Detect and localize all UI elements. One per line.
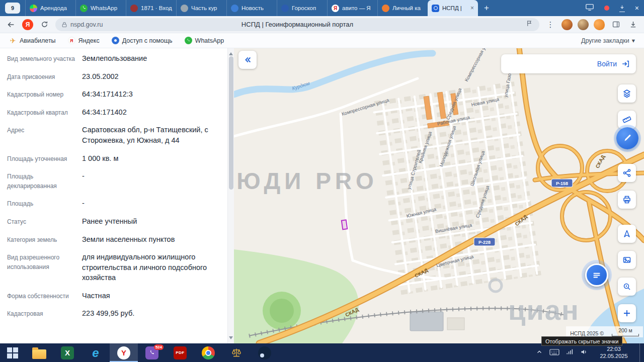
row-value: 64:34:171402 xyxy=(82,107,219,118)
avito-favicon xyxy=(30,5,37,12)
chevron-down-icon: ▾ xyxy=(632,37,635,44)
row-value: 1 000 кв. м xyxy=(82,153,219,164)
tab-mail[interactable]: 1871 · Вход xyxy=(126,0,176,16)
tab-counter[interactable]: 9 xyxy=(5,3,20,14)
scrollbar-thumb[interactable] xyxy=(229,56,233,190)
tab-lk[interactable]: Личный ка xyxy=(377,0,428,16)
selected-parcel-highlight[interactable] xyxy=(342,220,347,229)
internet-explorer-icon: e xyxy=(92,346,99,360)
volume-icon[interactable] xyxy=(580,348,588,357)
record-indicator-icon[interactable] xyxy=(604,6,609,11)
bookmark-whatsapp[interactable]: WhatsApp xyxy=(185,37,224,44)
detail-row: Дата присвоения23.05.2002 xyxy=(7,71,219,82)
row-value: Земли населенных пунктов xyxy=(82,234,219,245)
printer-icon xyxy=(622,195,632,205)
row-value: - xyxy=(82,198,219,209)
tab-arendoda[interactable]: Арендода xyxy=(25,0,75,16)
taskbar-excel[interactable] xyxy=(53,343,82,362)
print-button[interactable] xyxy=(618,191,636,209)
news-favicon xyxy=(231,5,238,12)
browser-nav-bar: nspd.gov.ru НСПД | Геоинформационный пор… xyxy=(0,16,644,33)
row-label: Кадастровая xyxy=(7,308,75,319)
clock-time: 22:03 xyxy=(595,346,633,352)
bookmark-label: Доступ с помощь xyxy=(122,37,173,44)
double-chevron-left-icon xyxy=(243,55,252,64)
locate-button[interactable] xyxy=(618,225,636,243)
login-icon xyxy=(621,59,630,68)
search-on-map-button[interactable] xyxy=(618,278,636,296)
taskbar-pdf[interactable]: PDF xyxy=(166,343,194,362)
login-button[interactable]: Войти xyxy=(597,60,617,68)
screenshot-button[interactable] xyxy=(618,251,636,269)
map-canvas[interactable]: Р-158 Р-228 Курдюм Компрессорная улица К… xyxy=(234,48,644,343)
bookmark-flag-icon[interactable] xyxy=(526,20,533,29)
row-label: Площадь xyxy=(7,198,75,209)
row-label: Форма собственности xyxy=(7,291,75,301)
bookmark-aviabilety[interactable]: ✈Авиабилеты xyxy=(9,37,56,44)
taskbar-clock[interactable]: 22:03 22.05.2025 xyxy=(595,346,633,359)
collapse-panel-button[interactable] xyxy=(238,51,257,69)
watermark-cian: циан xyxy=(508,294,580,326)
menu-kebab-icon[interactable]: ⋮ xyxy=(544,19,556,31)
other-bookmarks-button[interactable]: Другие закладки▾ xyxy=(581,37,635,44)
download-icon[interactable] xyxy=(627,19,639,31)
tabbar-controls: × xyxy=(585,3,639,14)
scroll-up-arrow[interactable] xyxy=(229,50,233,55)
row-value: - xyxy=(82,171,219,191)
whatsapp-favicon xyxy=(80,5,88,12)
taskbar-consultant[interactable] xyxy=(222,343,251,362)
taskbar-chrome[interactable] xyxy=(194,343,222,362)
show-hidden-icons-button[interactable] xyxy=(536,348,543,357)
share-button[interactable] xyxy=(618,164,636,182)
building xyxy=(447,318,464,330)
measure-button[interactable] xyxy=(618,111,636,129)
start-button[interactable] xyxy=(0,343,25,362)
taskbar-ie[interactable]: e xyxy=(82,343,110,362)
chat-fab-button[interactable] xyxy=(585,263,608,287)
tab-whatsapp[interactable]: WhatsApp xyxy=(75,0,126,16)
yandex-logo-icon[interactable] xyxy=(22,19,33,30)
tab-nspd-active[interactable]: НСПД |× xyxy=(428,0,478,16)
zoom-in-button[interactable] xyxy=(618,304,636,322)
keyboard-icon[interactable] xyxy=(549,348,559,358)
tab-close-icon[interactable]: × xyxy=(470,5,474,11)
taskbar-viber[interactable]: 524 xyxy=(138,343,166,362)
back-icon[interactable] xyxy=(5,19,17,31)
search-login-bar[interactable]: Войти xyxy=(501,54,636,73)
layers-button[interactable] xyxy=(618,84,636,103)
sidebar-panel-icon[interactable] xyxy=(610,19,622,31)
show-desktop-button[interactable] xyxy=(639,343,642,362)
row-label: Площадь уточненная xyxy=(7,153,75,164)
tab-avito-yandex[interactable]: авито — Я xyxy=(327,0,377,16)
taskbar-yandex-browser[interactable] xyxy=(110,343,138,362)
taskbar-steam[interactable] xyxy=(251,343,279,362)
bookmark-label: Яндекс xyxy=(78,37,100,44)
nspd-favicon xyxy=(432,5,439,12)
row-label: Вид разрешенного использования xyxy=(7,252,75,283)
network-icon[interactable] xyxy=(566,348,574,357)
tab-title: Арендода xyxy=(40,5,67,11)
new-tab-button[interactable]: + xyxy=(480,2,493,15)
bookmark-access[interactable]: Доступ с помощь xyxy=(112,37,173,44)
tab-course[interactable]: Часть кур xyxy=(176,0,226,16)
scale-label: 200 м xyxy=(618,327,632,333)
draw-tool-button-active[interactable] xyxy=(616,127,638,149)
squirrel-icon[interactable] xyxy=(594,19,605,30)
downloads-icon[interactable] xyxy=(619,5,625,12)
taskbar-explorer[interactable] xyxy=(25,343,53,362)
refresh-icon[interactable] xyxy=(38,19,50,31)
tab-title: WhatsApp xyxy=(91,5,117,11)
tab-news[interactable]: Новость xyxy=(226,0,277,16)
tab-title: авито — Я xyxy=(342,5,371,11)
scroll-down-arrow[interactable] xyxy=(229,336,233,341)
panel-scrollbar[interactable] xyxy=(227,48,234,343)
profile-avatar-2[interactable] xyxy=(578,19,589,30)
road-badge-r228: Р-228 xyxy=(474,238,495,246)
screen-share-icon[interactable] xyxy=(585,3,594,14)
bookmark-yandex[interactable]: Яндекс xyxy=(68,37,100,44)
tab-horoscope[interactable]: Гороскоп xyxy=(277,0,327,16)
profile-avatar[interactable] xyxy=(561,19,573,30)
window-close-icon[interactable]: × xyxy=(635,4,639,12)
address-bar[interactable]: nspd.gov.ru НСПД | Геоинформационный пор… xyxy=(55,18,539,31)
watermark-ludi-pro: ЛЮДИ PRO xyxy=(234,168,378,194)
